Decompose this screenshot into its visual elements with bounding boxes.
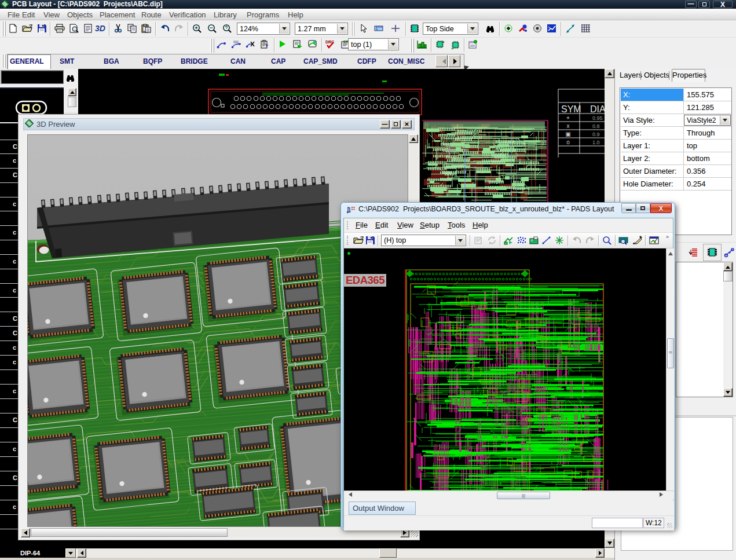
svg-text:x: x [567,123,570,129]
svg-text:0.95: 0.95 [592,115,603,121]
svg-text:1.0: 1.0 [592,140,600,145]
svg-text:SYM: SYM [561,104,581,114]
svg-text:DIA: DIA [590,104,606,114]
svg-text:+: + [566,115,570,121]
svg-text:▣: ▣ [565,131,570,137]
svg-text:o: o [566,139,570,145]
svg-text:0.8: 0.8 [592,123,600,129]
svg-text:0.9: 0.9 [592,131,600,137]
